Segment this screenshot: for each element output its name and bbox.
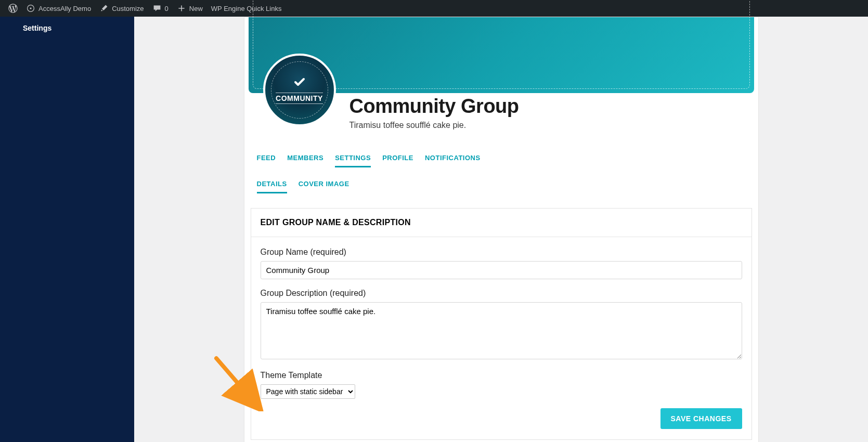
comments-menu[interactable]: 0: [148, 0, 173, 17]
tab-profile[interactable]: PROFILE: [382, 154, 413, 167]
form-section-title: EDIT GROUP NAME & DESCRIPTION: [251, 209, 752, 237]
dashboard-icon: [26, 4, 35, 13]
comments-count: 0: [165, 5, 169, 12]
customize-menu[interactable]: Customize: [95, 0, 148, 17]
svg-line-2: [216, 358, 256, 404]
admin-sidebar: Settings: [0, 17, 134, 442]
brush-icon: [99, 4, 109, 13]
customize-text: Customize: [112, 5, 144, 12]
group-desc-field: Group Description (required): [261, 289, 742, 361]
site-name-menu[interactable]: AccessAlly Demo: [22, 0, 95, 17]
form-body: Group Name (required) Group Description …: [251, 237, 752, 439]
theme-template-field: Theme Template Page with static sidebar: [261, 371, 742, 399]
tab-settings[interactable]: SETTINGS: [335, 154, 371, 167]
site-name-text: AccessAlly Demo: [38, 5, 91, 12]
content-card: COMMUNITY Community Group Tiramisu toffe…: [244, 17, 759, 442]
group-desc-label: Group Description (required): [261, 289, 742, 298]
tab-members[interactable]: MEMBERS: [287, 154, 323, 167]
check-icon: [293, 76, 306, 92]
subtab-details[interactable]: DETAILS: [257, 180, 287, 193]
theme-template-select[interactable]: Page with static sidebar: [261, 384, 355, 399]
page-title: Community Group: [349, 95, 740, 118]
plus-icon: [177, 4, 186, 13]
group-name-input[interactable]: [261, 261, 742, 279]
group-name-label: Group Name (required): [261, 248, 742, 257]
badge-label: COMMUNITY: [276, 93, 323, 104]
save-changes-button[interactable]: SAVE CHANGES: [660, 408, 742, 429]
svg-point-1: [30, 7, 31, 9]
edit-form-box: EDIT GROUP NAME & DESCRIPTION Group Name…: [251, 208, 752, 440]
tab-feed[interactable]: FEED: [257, 154, 276, 167]
form-actions: SAVE CHANGES: [261, 408, 742, 429]
sidebar-item-label: Settings: [23, 24, 51, 32]
group-name-field: Group Name (required): [261, 248, 742, 279]
comment-icon: [152, 4, 162, 13]
right-gutter: [799, 17, 868, 442]
theme-template-label: Theme Template: [261, 371, 742, 380]
wordpress-icon: [8, 4, 18, 13]
badge-inner: COMMUNITY: [271, 61, 328, 119]
primary-tabs: FEEDMEMBERSSETTINGSPROFILENOTIFICATIONS: [251, 154, 752, 167]
group-desc-input[interactable]: [261, 302, 742, 359]
community-badge: COMMUNITY: [263, 54, 336, 126]
page-subtitle: Tiramisu toffee soufflé cake pie.: [349, 121, 740, 130]
new-text: New: [189, 5, 203, 12]
tab-notifications[interactable]: NOTIFICATIONS: [425, 154, 481, 167]
new-menu[interactable]: New: [173, 0, 207, 17]
main-area: COMMUNITY Community Group Tiramisu toffe…: [134, 17, 868, 442]
title-block: Community Group Tiramisu toffee soufflé …: [349, 95, 752, 130]
secondary-tabs: DETAILSCOVER IMAGE: [251, 180, 752, 193]
wp-logo-menu[interactable]: [4, 0, 22, 17]
badge-circle: COMMUNITY: [263, 54, 336, 126]
sidebar-item-settings[interactable]: Settings: [0, 20, 134, 36]
subtab-cover-image[interactable]: COVER IMAGE: [299, 180, 349, 193]
